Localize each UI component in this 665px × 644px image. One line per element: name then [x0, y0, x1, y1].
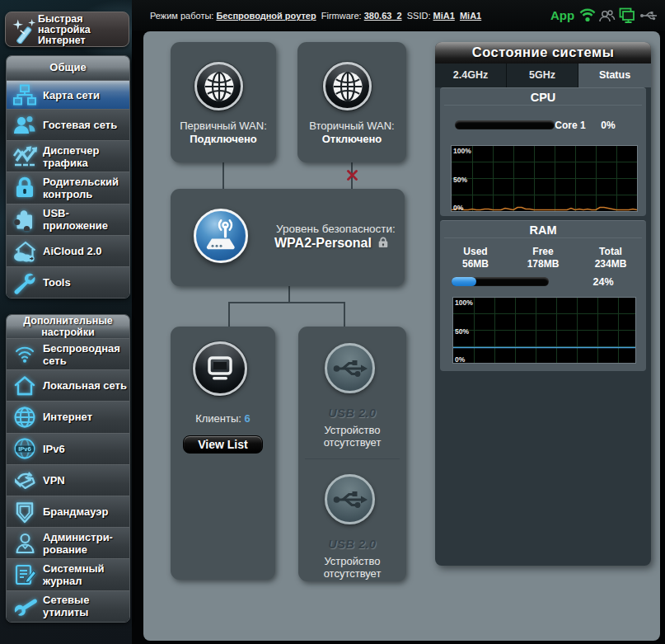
- svg-text:IPv6: IPv6: [18, 445, 30, 453]
